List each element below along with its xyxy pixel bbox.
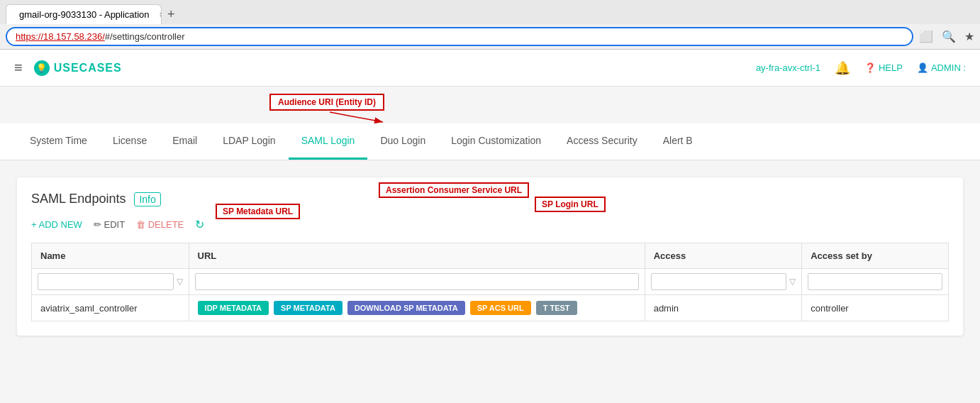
edit-button[interactable]: ✏ EDIT bbox=[94, 219, 125, 230]
filter-row: ▽ ▽ bbox=[32, 269, 949, 295]
access-filter-input[interactable] bbox=[651, 273, 787, 290]
bookmark-icon[interactable]: ★ bbox=[964, 30, 974, 43]
tab-bar: gmail-org-9033130 - Application × + bbox=[0, 0, 980, 24]
logo: 💡 USECASES bbox=[34, 60, 122, 76]
table-row: aviatrix_saml_controller IDP METADATA SP… bbox=[32, 295, 949, 321]
col-access-set-by-header: Access set by bbox=[802, 243, 949, 269]
header-right: ay-fra-avx-ctrl-1 🔔 ❓ HELP 👤 ADMIN : bbox=[756, 60, 966, 76]
name-filter-icon[interactable]: ▽ bbox=[177, 277, 183, 287]
admin-button[interactable]: 👤 ADMIN : bbox=[917, 62, 966, 73]
url-filter-cell bbox=[189, 269, 645, 295]
zoom-icon[interactable]: 🔍 bbox=[942, 30, 956, 43]
tab-saml-login[interactable]: SAML Login bbox=[289, 123, 368, 160]
saml-table: Name URL Access Access set by ▽ bbox=[31, 243, 949, 321]
address-text: https://18.157.58.236/#/settings/control… bbox=[16, 31, 903, 42]
col-url-header: URL bbox=[189, 243, 645, 269]
tab-title: gmail-org-9033130 - Application bbox=[19, 9, 150, 20]
browser-chrome: gmail-org-9033130 - Application × + http… bbox=[0, 0, 980, 50]
download-sp-metadata-button[interactable]: DOWNLOAD SP METADATA bbox=[347, 301, 465, 315]
audience-uri-annotation: Audience URI (Entity ID) bbox=[269, 94, 384, 111]
col-name-header: Name bbox=[32, 243, 189, 269]
address-prefix: https://18.157.58.236/ bbox=[16, 31, 105, 42]
nav-tabs: System Time License Email LDAP Login SAM… bbox=[0, 123, 980, 160]
hamburger-menu[interactable]: ≡ bbox=[14, 60, 23, 76]
table-header-row: Name URL Access Access set by bbox=[32, 243, 949, 269]
sp-metadata-button[interactable]: SP METADATA bbox=[274, 301, 343, 315]
acs-url-annotation: Assertion Consumer Service URL bbox=[379, 182, 529, 198]
tab-access-security[interactable]: Access Security bbox=[554, 123, 650, 160]
add-new-button[interactable]: + ADD NEW bbox=[31, 219, 82, 230]
name-filter-input[interactable] bbox=[38, 273, 174, 290]
controller-name: ay-fra-avx-ctrl-1 bbox=[756, 62, 820, 73]
row-url-cell: IDP METADATA SP METADATA DOWNLOAD SP MET… bbox=[189, 295, 645, 321]
logo-icon: 💡 bbox=[34, 60, 50, 76]
row-access-cell: admin bbox=[645, 295, 802, 321]
info-link[interactable]: Info bbox=[134, 192, 160, 206]
browser-icons: ⬜ 🔍 ★ bbox=[919, 30, 974, 43]
sp-login-annotation: SP Login URL bbox=[535, 197, 606, 212]
url-filter-input[interactable] bbox=[195, 273, 639, 290]
url-buttons-container: IDP METADATA SP METADATA DOWNLOAD SP MET… bbox=[198, 301, 636, 315]
fullscreen-icon[interactable]: ⬜ bbox=[919, 30, 933, 43]
address-suffix: #/settings/controller bbox=[105, 31, 185, 42]
delete-button[interactable]: 🗑 DELETE bbox=[136, 219, 184, 230]
row-access-set-by-cell: controller bbox=[802, 295, 949, 321]
annotation-area: Audience URI (Entity ID) bbox=[0, 87, 980, 123]
sp-metadata-annotation: SP Metadata URL bbox=[216, 204, 300, 219]
help-button[interactable]: ❓ HELP bbox=[864, 62, 903, 73]
refresh-button[interactable]: ↻ bbox=[195, 218, 204, 231]
access-filter-cell: ▽ bbox=[645, 269, 802, 295]
tab-login-customization[interactable]: Login Customization bbox=[438, 123, 554, 160]
annotation-arrow-svg bbox=[0, 87, 980, 123]
access-filter-icon[interactable]: ▽ bbox=[789, 277, 796, 287]
address-bar[interactable]: https://18.157.58.236/#/settings/control… bbox=[6, 27, 913, 46]
tab-system-time[interactable]: System Time bbox=[17, 123, 100, 160]
app-header: ≡ 💡 USECASES ay-fra-avx-ctrl-1 🔔 ❓ HELP … bbox=[0, 50, 980, 87]
card-title: SAML Endpoints bbox=[31, 192, 126, 206]
col-access-header: Access bbox=[645, 243, 802, 269]
toolbar: + ADD NEW ✏ EDIT 🗑 DELETE ↻ bbox=[31, 218, 949, 231]
active-tab[interactable]: gmail-org-9033130 - Application × bbox=[6, 4, 162, 24]
t-test-button[interactable]: T TEST bbox=[536, 301, 577, 315]
tab-email[interactable]: Email bbox=[160, 123, 210, 160]
name-filter-cell: ▽ bbox=[32, 269, 189, 295]
new-tab-button[interactable]: + bbox=[162, 7, 181, 22]
tab-duo-login[interactable]: Duo Login bbox=[367, 123, 438, 160]
tab-alert-b[interactable]: Alert B bbox=[650, 123, 706, 160]
help-label: HELP bbox=[879, 62, 903, 73]
sp-acs-url-button[interactable]: SP ACS URL bbox=[470, 301, 531, 315]
logo-text: USECASES bbox=[54, 62, 122, 74]
access-set-by-filter-cell bbox=[802, 269, 949, 295]
bell-icon[interactable]: 🔔 bbox=[835, 60, 850, 76]
row-name-cell: aviatrix_saml_controller bbox=[32, 295, 189, 321]
main-content: SAML Endpoints Info SP Metadata URL Asse… bbox=[0, 160, 980, 373]
help-circle-icon: ❓ bbox=[864, 62, 876, 73]
address-bar-row: https://18.157.58.236/#/settings/control… bbox=[0, 24, 980, 49]
user-icon: 👤 bbox=[917, 62, 928, 73]
admin-label: ADMIN : bbox=[931, 62, 966, 73]
svg-line-1 bbox=[330, 112, 383, 122]
access-set-by-filter-input[interactable] bbox=[808, 273, 942, 290]
tab-ldap-login[interactable]: LDAP Login bbox=[210, 123, 288, 160]
idp-metadata-button[interactable]: IDP METADATA bbox=[198, 301, 269, 315]
saml-endpoints-card: SAML Endpoints Info SP Metadata URL Asse… bbox=[17, 177, 963, 336]
tab-license[interactable]: License bbox=[100, 123, 160, 160]
